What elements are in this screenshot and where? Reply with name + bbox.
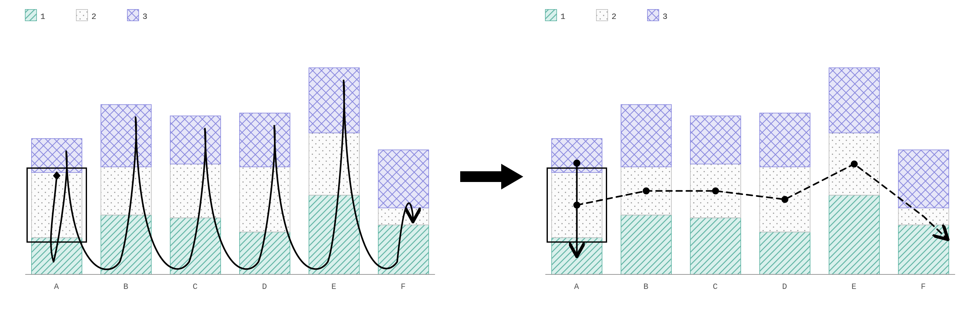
bar-E-series-1 bbox=[829, 195, 880, 274]
bar-B-series-1 bbox=[621, 215, 671, 274]
legend-swatch-1 bbox=[25, 10, 37, 21]
bar-A-series-3 bbox=[32, 139, 82, 172]
trend-dot-D bbox=[781, 196, 788, 203]
xtick-C: C bbox=[713, 282, 718, 292]
legend-swatch-3 bbox=[127, 10, 139, 21]
xtick-D: D bbox=[782, 282, 788, 292]
legend-swatch-1 bbox=[545, 10, 557, 21]
bar-E-series-3 bbox=[829, 68, 880, 133]
bar-C-series-1 bbox=[690, 218, 741, 274]
bar-D-series-1 bbox=[760, 232, 810, 274]
comparison-figure: 123ABCDEF123ABCDEF bbox=[0, 0, 980, 311]
bar-F-series-3 bbox=[378, 150, 429, 208]
legend-label-2: 2 bbox=[611, 12, 617, 21]
legend-swatch-3 bbox=[648, 10, 659, 21]
xtick-A: A bbox=[54, 282, 60, 292]
xtick-E: E bbox=[851, 282, 857, 292]
bar-E-series-3 bbox=[309, 68, 360, 133]
xtick-C: C bbox=[192, 282, 198, 292]
bar-B-series-3 bbox=[101, 105, 151, 167]
trend-dot-E bbox=[851, 161, 858, 167]
xtick-D: D bbox=[262, 282, 267, 292]
legend-swatch-2 bbox=[597, 10, 608, 21]
trend-dot-B bbox=[643, 187, 650, 194]
xtick-A: A bbox=[574, 282, 580, 292]
legend-label-1: 1 bbox=[560, 12, 566, 21]
xtick-B: B bbox=[123, 282, 129, 292]
bar-F-series-1 bbox=[378, 225, 429, 274]
chart-panel-1: 123ABCDEF bbox=[545, 10, 955, 292]
xtick-F: F bbox=[401, 282, 406, 292]
legend-label-2: 2 bbox=[91, 12, 97, 21]
transition-arrow-icon bbox=[460, 164, 523, 190]
xtick-B: B bbox=[643, 282, 649, 292]
legend-label-3: 3 bbox=[143, 12, 148, 21]
bar-C-series-1 bbox=[170, 218, 221, 274]
trend-dot-C bbox=[712, 187, 719, 194]
focus-top-dot-icon bbox=[573, 159, 580, 167]
bar-C-series-3 bbox=[690, 116, 741, 164]
bar-C-series-3 bbox=[170, 116, 221, 164]
bar-B-series-3 bbox=[621, 105, 671, 167]
bar-F-series-3 bbox=[898, 150, 949, 208]
legend-label-3: 3 bbox=[663, 12, 668, 21]
legend-swatch-2 bbox=[76, 10, 88, 21]
legend-label-1: 1 bbox=[40, 12, 46, 21]
chart-panel-0: 123ABCDEF bbox=[25, 10, 435, 292]
xtick-F: F bbox=[921, 282, 926, 292]
xtick-E: E bbox=[331, 282, 337, 292]
bar-B-series-1 bbox=[101, 215, 151, 274]
bar-E-series-2 bbox=[309, 133, 360, 195]
bar-D-series-3 bbox=[760, 113, 810, 167]
bar-D-series-2 bbox=[240, 167, 290, 232]
bar-D-series-3 bbox=[240, 113, 290, 167]
